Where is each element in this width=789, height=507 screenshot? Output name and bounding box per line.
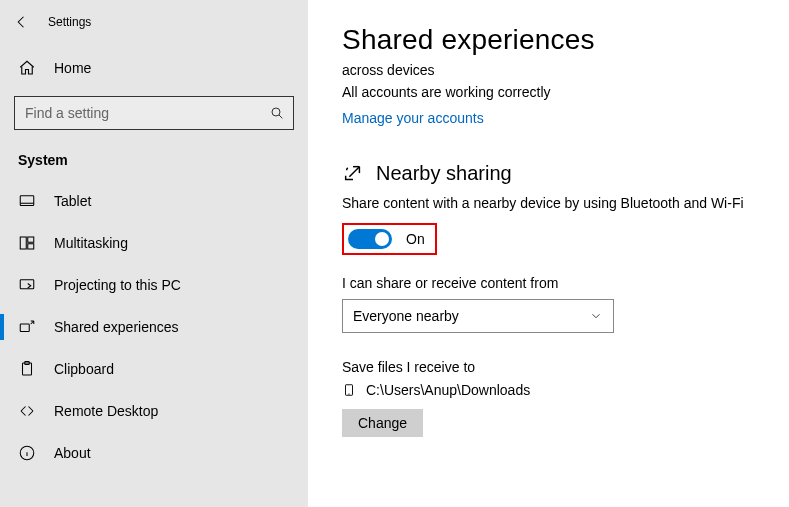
svg-rect-1: [20, 196, 34, 206]
main-content: Shared experiences across devices All ac…: [308, 0, 789, 507]
projecting-icon: [18, 276, 36, 294]
nav-item-clipboard[interactable]: Clipboard: [0, 348, 308, 390]
page-title: Shared experiences: [342, 24, 789, 56]
save-path-row: C:\Users\Anup\Downloads: [342, 381, 789, 399]
nav-item-about[interactable]: About: [0, 432, 308, 474]
share-icon: [342, 163, 364, 185]
search-input[interactable]: [15, 97, 293, 129]
svg-rect-4: [28, 244, 34, 249]
home-nav[interactable]: Home: [0, 48, 308, 88]
nav-label: About: [54, 445, 91, 461]
share-from-select[interactable]: Everyone nearby: [342, 299, 614, 333]
svg-rect-3: [28, 237, 34, 242]
multitasking-icon: [18, 234, 36, 252]
sidebar: Settings Home System Tablet Multitasking: [0, 0, 308, 507]
svg-rect-6: [20, 324, 29, 332]
chevron-down-icon: [589, 309, 603, 323]
nav-item-remote-desktop[interactable]: Remote Desktop: [0, 390, 308, 432]
save-path-text: C:\Users\Anup\Downloads: [366, 382, 530, 398]
nav-item-projecting[interactable]: Projecting to this PC: [0, 264, 308, 306]
nav-item-tablet[interactable]: Tablet: [0, 180, 308, 222]
nav-label: Tablet: [54, 193, 91, 209]
truncated-text: across devices: [342, 62, 789, 78]
change-button[interactable]: Change: [342, 409, 423, 437]
nav-item-shared-experiences[interactable]: Shared experiences: [0, 306, 308, 348]
folder-device-icon: [342, 381, 356, 399]
remote-desktop-icon: [18, 402, 36, 420]
tablet-icon: [18, 192, 36, 210]
nav-item-multitasking[interactable]: Multitasking: [0, 222, 308, 264]
nav-label: Shared experiences: [54, 319, 179, 335]
shared-experiences-icon: [18, 318, 36, 336]
accounts-status: All accounts are working correctly: [342, 84, 789, 100]
about-icon: [18, 444, 36, 462]
svg-point-0: [272, 108, 280, 116]
nearby-sharing-toggle[interactable]: [348, 229, 392, 249]
window-title: Settings: [44, 15, 91, 29]
select-value: Everyone nearby: [353, 308, 459, 324]
nearby-sharing-desc: Share content with a nearby device by us…: [342, 195, 789, 211]
nav-group-label: System: [0, 130, 308, 180]
share-from-label: I can share or receive content from: [342, 275, 789, 291]
svg-rect-5: [20, 280, 34, 289]
home-label: Home: [54, 60, 91, 76]
nav-label: Projecting to this PC: [54, 277, 181, 293]
nearby-sharing-heading: Nearby sharing: [342, 162, 789, 185]
section-heading-text: Nearby sharing: [376, 162, 512, 185]
save-to-label: Save files I receive to: [342, 359, 789, 375]
nav-label: Remote Desktop: [54, 403, 158, 419]
sidebar-header: Settings: [0, 0, 308, 44]
home-icon: [18, 59, 36, 77]
toggle-state-label: On: [406, 231, 425, 247]
nav-label: Clipboard: [54, 361, 114, 377]
search-icon: [269, 105, 285, 121]
svg-rect-2: [20, 237, 26, 249]
arrow-left-icon: [13, 13, 31, 31]
highlight-annotation: On: [342, 223, 437, 255]
nav-label: Multitasking: [54, 235, 128, 251]
search-box[interactable]: [14, 96, 294, 130]
back-button[interactable]: [0, 0, 44, 44]
manage-accounts-link[interactable]: Manage your accounts: [342, 110, 484, 126]
clipboard-icon: [18, 360, 36, 378]
